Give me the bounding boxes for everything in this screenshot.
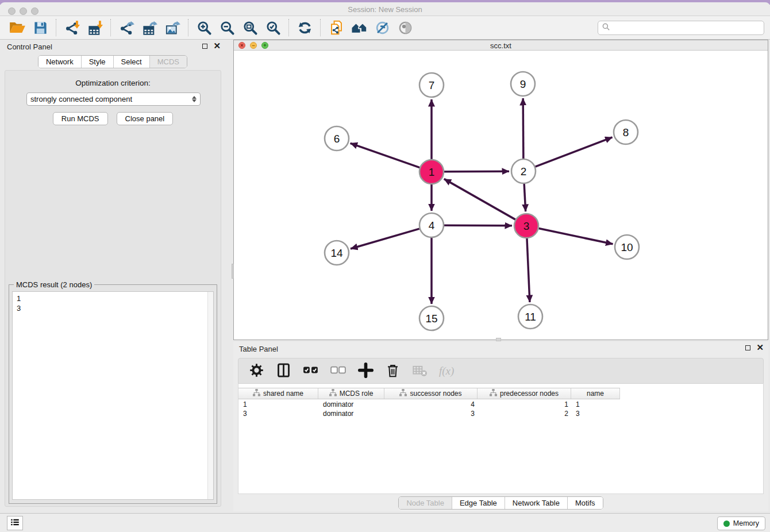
vizmapper-off-button[interactable] bbox=[371, 18, 394, 37]
zoom-in-button[interactable] bbox=[192, 18, 215, 37]
table-deselect-all-button[interactable] bbox=[330, 365, 346, 377]
graph-node-9[interactable]: 9 bbox=[511, 72, 535, 96]
graph-edge-1-2[interactable] bbox=[444, 171, 509, 172]
svg-text:2: 2 bbox=[521, 165, 527, 178]
svg-text:4: 4 bbox=[429, 219, 435, 232]
cell-predecessor-nodes[interactable]: 2 bbox=[478, 409, 571, 418]
open-session-button[interactable] bbox=[6, 18, 29, 37]
graph-edge-4-14[interactable] bbox=[351, 229, 419, 249]
graph-edge-3-1[interactable] bbox=[444, 179, 515, 219]
export-network-button[interactable] bbox=[115, 18, 138, 37]
table-panel-close-icon[interactable]: ✕ bbox=[756, 345, 764, 350]
tab-edge-table[interactable]: Edge Table bbox=[452, 497, 505, 509]
graph-node-11[interactable]: 11 bbox=[518, 304, 542, 329]
export-table-button[interactable] bbox=[138, 18, 161, 37]
result-scrollbar[interactable] bbox=[207, 292, 213, 499]
graph-node-2[interactable]: 2 bbox=[511, 159, 536, 183]
graph-node-6[interactable]: 6 bbox=[325, 126, 349, 151]
table-header-row: shared nameMCDS rolesuccessor nodesprede… bbox=[238, 388, 620, 399]
vizmapper-off-icon bbox=[375, 20, 390, 36]
graph-node-8[interactable]: 8 bbox=[614, 120, 638, 144]
cell-successor-nodes[interactable]: 3 bbox=[384, 409, 478, 418]
save-session-button[interactable] bbox=[29, 18, 52, 37]
graph-edge-2-9[interactable] bbox=[523, 98, 523, 159]
table-row[interactable]: 3dominator323 bbox=[238, 409, 763, 418]
graph-node-3[interactable]: 3 bbox=[514, 214, 538, 238]
tab-motifs[interactable]: Motifs bbox=[567, 497, 603, 509]
run-mcds-button[interactable]: Run MCDS bbox=[53, 112, 108, 125]
cell-shared-name[interactable]: 1 bbox=[238, 400, 318, 409]
zoom-selected-icon bbox=[265, 20, 281, 36]
cell-shared-name[interactable]: 3 bbox=[238, 409, 318, 418]
splitter-handle-bottom[interactable] bbox=[496, 338, 501, 341]
task-history-button[interactable] bbox=[7, 516, 23, 530]
import-table-button[interactable] bbox=[83, 18, 106, 37]
apply-layout-button[interactable] bbox=[293, 18, 316, 37]
toolbar-separator bbox=[320, 19, 321, 36]
tab-node-table[interactable]: Node Table bbox=[399, 497, 452, 509]
column-header-predecessor-nodes[interactable]: predecessor nodes bbox=[478, 388, 571, 399]
mcds-result-lines: 1 3 bbox=[13, 292, 213, 315]
splitter-handle-left[interactable] bbox=[232, 264, 234, 279]
control-panel-close-icon[interactable]: ✕ bbox=[213, 43, 221, 49]
memory-label: Memory bbox=[733, 519, 759, 527]
table-panel-tabs: Node TableEdge TableNetwork TableMotifs bbox=[233, 496, 768, 510]
table-trash-button[interactable] bbox=[385, 363, 401, 380]
graph-edge-2-8[interactable] bbox=[536, 137, 613, 167]
network-view-titlebar[interactable]: × – + scc.txt bbox=[234, 40, 768, 51]
table-delete-table-button bbox=[412, 363, 428, 380]
graph-edge-3-10[interactable] bbox=[539, 229, 613, 244]
cell-name[interactable]: 1 bbox=[571, 400, 620, 409]
cell-MCDS-role[interactable]: dominator bbox=[318, 409, 384, 418]
column-header-name[interactable]: name bbox=[571, 388, 620, 399]
network-canvas[interactable]: 1234678910111415 bbox=[234, 51, 768, 340]
memory-button[interactable]: Memory bbox=[717, 516, 765, 530]
control-panel-float-icon[interactable] bbox=[202, 44, 207, 49]
table-select-all-button[interactable] bbox=[303, 365, 319, 377]
import-network-button[interactable] bbox=[60, 18, 83, 37]
cell-predecessor-nodes[interactable]: 1 bbox=[478, 400, 571, 409]
graphics-details-button[interactable] bbox=[394, 18, 417, 37]
graph-edge-3-11[interactable] bbox=[527, 238, 530, 302]
cell-successor-nodes[interactable]: 4 bbox=[384, 400, 478, 409]
tab-network[interactable]: Network bbox=[38, 56, 81, 68]
tab-select[interactable]: Select bbox=[113, 56, 149, 68]
graph-node-10[interactable]: 10 bbox=[615, 235, 639, 259]
column-header-successor-nodes[interactable]: successor nodes bbox=[384, 388, 478, 399]
cell-name[interactable]: 3 bbox=[571, 409, 620, 418]
graph-edge-4-3[interactable] bbox=[444, 225, 512, 226]
graph-node-14[interactable]: 14 bbox=[325, 241, 349, 265]
titlebar[interactable]: Session: New Session bbox=[0, 2, 770, 16]
graph-edge-2-3[interactable] bbox=[524, 184, 526, 211]
graph-node-4[interactable]: 4 bbox=[419, 213, 444, 237]
search-input[interactable] bbox=[611, 24, 760, 32]
clone-network-button[interactable] bbox=[325, 18, 348, 37]
graph-edge-1-6[interactable] bbox=[351, 143, 420, 167]
column-header-MCDS-role[interactable]: MCDS role bbox=[318, 388, 384, 399]
tab-network-table[interactable]: Network Table bbox=[505, 497, 567, 509]
search-box[interactable] bbox=[598, 21, 764, 35]
export-table-icon bbox=[142, 20, 157, 36]
table-gear-button[interactable] bbox=[249, 363, 264, 380]
graph-node-1[interactable]: 1 bbox=[419, 160, 444, 184]
graph-node-15[interactable]: 15 bbox=[419, 306, 444, 330]
close-panel-button[interactable]: Close panel bbox=[117, 112, 174, 125]
home-view-button[interactable] bbox=[348, 18, 371, 37]
zoom-out-button[interactable] bbox=[215, 18, 238, 37]
node-table: shared nameMCDS rolesuccessor nodesprede… bbox=[238, 384, 764, 494]
export-image-button[interactable] bbox=[161, 18, 184, 37]
search-icon bbox=[602, 22, 611, 34]
column-header-shared-name[interactable]: shared name bbox=[238, 388, 318, 399]
zoom-fit-button[interactable] bbox=[238, 18, 261, 37]
zoom-selected-button[interactable] bbox=[261, 18, 284, 37]
table-panel-float-icon[interactable] bbox=[745, 345, 750, 350]
tab-style[interactable]: Style bbox=[81, 56, 113, 68]
graph-node-7[interactable]: 7 bbox=[419, 73, 444, 97]
table-row[interactable]: 1dominator411 bbox=[238, 400, 763, 409]
mcds-result-textarea[interactable]: 1 3 bbox=[12, 291, 214, 500]
table-split-columns-button[interactable] bbox=[276, 363, 291, 380]
criterion-dropdown[interactable]: strongly connected component bbox=[26, 92, 201, 106]
tab-mcds[interactable]: MCDS bbox=[149, 56, 187, 68]
cell-MCDS-role[interactable]: dominator bbox=[318, 400, 384, 409]
table-add-button[interactable] bbox=[358, 363, 374, 380]
